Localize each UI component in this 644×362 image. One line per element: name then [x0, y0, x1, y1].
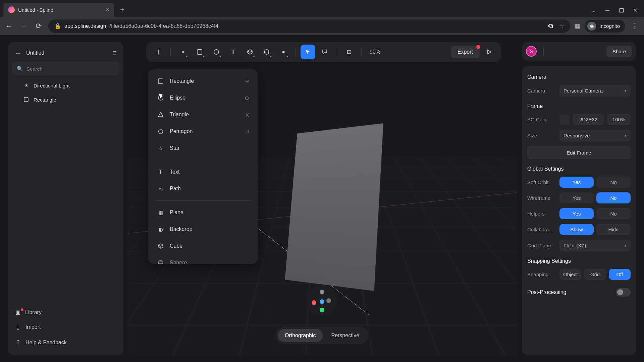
layer-item-directional-light[interactable]: ☀ Directional Light: [12, 79, 119, 92]
help-label: Help & Feedback: [25, 340, 67, 346]
orientation-gizmo[interactable]: [307, 285, 337, 315]
menu-item-triangle[interactable]: TriangleK: [148, 106, 258, 123]
zoom-level[interactable]: 90%: [366, 49, 384, 55]
comment-tool-button[interactable]: [317, 45, 332, 59]
pentagon-icon: [157, 128, 164, 135]
address-bar[interactable]: 🔒 app.spline.design/file/da56a0aa-6c0b-4…: [48, 19, 570, 33]
perspective-option[interactable]: Perspective: [324, 329, 366, 342]
grid-plane-select[interactable]: Floor (XZ)▾: [559, 240, 631, 251]
right-bar: S Share Camera Camera Personal Camera▾ F…: [522, 42, 636, 355]
maximize-icon[interactable]: [619, 8, 624, 13]
snap-grid[interactable]: Grid: [584, 269, 606, 280]
play-button[interactable]: [482, 45, 496, 59]
minimize-icon[interactable]: [605, 8, 610, 13]
gizmo-y-axis[interactable]: [320, 308, 324, 312]
cube-tool-button[interactable]: [243, 45, 257, 59]
hamburger-icon[interactable]: ≡: [112, 49, 117, 57]
bookmark-star-icon[interactable]: ☆: [559, 23, 564, 29]
collab-label: Collabora...: [527, 227, 556, 232]
wireframe-no[interactable]: No: [596, 192, 631, 203]
frame-tool-button[interactable]: [342, 45, 357, 59]
soft-orbit-no[interactable]: No: [596, 177, 631, 188]
wireframe-yes[interactable]: Yes: [559, 192, 594, 203]
menu-item-path[interactable]: ∿Path: [148, 180, 258, 197]
star-icon: ☆: [157, 144, 164, 152]
collab-show[interactable]: Show: [559, 224, 594, 235]
nav-back-icon[interactable]: ←: [4, 22, 14, 31]
camera-select[interactable]: Personal Camera▾: [559, 85, 631, 97]
eye-off-icon[interactable]: 👁‍🗨: [547, 23, 554, 29]
share-button[interactable]: Share: [606, 46, 632, 57]
pen-tool-button[interactable]: ✒: [276, 45, 291, 59]
bgcolor-hex-input[interactable]: 2D2E32: [573, 114, 604, 125]
user-avatar[interactable]: S: [526, 46, 537, 57]
collab-hide[interactable]: Hide: [596, 224, 631, 235]
grid-plane-label: Grid Plane: [527, 243, 556, 248]
add-button[interactable]: [151, 45, 166, 59]
import-button[interactable]: ⭳ Import: [12, 320, 119, 334]
gizmo-neg-axis[interactable]: [326, 298, 331, 303]
section-frame: Frame: [527, 103, 631, 109]
helpers-no[interactable]: No: [596, 208, 631, 219]
incognito-chip[interactable]: ◉ Incognito: [585, 20, 625, 33]
layer-item-rectangle[interactable]: Rectangle: [12, 93, 119, 106]
post-processing-toggle[interactable]: [616, 288, 631, 297]
incognito-label: Incognito: [599, 23, 620, 29]
new-tab-button[interactable]: +: [120, 5, 124, 14]
menu-item-star[interactable]: ☆Star: [148, 140, 258, 157]
search-input[interactable]: 🔍 Search: [12, 62, 119, 75]
soft-orbit-yes[interactable]: Yes: [559, 177, 594, 188]
sphere-icon: [157, 259, 164, 264]
search-icon: 🔍: [17, 66, 23, 72]
edit-frame-button[interactable]: Edit Frame: [527, 146, 631, 159]
export-button[interactable]: Export: [451, 46, 480, 58]
snap-object[interactable]: Object: [559, 269, 581, 280]
snap-off[interactable]: Off: [609, 269, 631, 280]
select-tool-button[interactable]: [301, 45, 315, 59]
bgcolor-opacity-input[interactable]: 100%: [607, 114, 631, 125]
menu-item-rectangle[interactable]: RectangleR: [148, 73, 258, 89]
menu-item-backdrop[interactable]: ◐Backdrop: [148, 221, 258, 238]
camera-label: Camera: [527, 88, 556, 94]
help-button[interactable]: ？ Help & Feedback: [12, 335, 119, 350]
library-button[interactable]: ▣ Library: [12, 305, 119, 319]
bgcolor-swatch[interactable]: [559, 115, 570, 125]
tabs-dropdown-icon[interactable]: ⌄: [591, 7, 596, 13]
back-icon[interactable]: ←: [15, 49, 21, 57]
layer-label: Rectangle: [34, 97, 56, 103]
rectangle-object[interactable]: [285, 123, 383, 291]
sphere-tool-button[interactable]: [259, 45, 274, 59]
text-tool-button[interactable]: T: [226, 45, 240, 59]
orthographic-option[interactable]: Orthographic: [278, 329, 323, 342]
chevron-down-icon: ▾: [625, 88, 627, 93]
svg-rect-1: [620, 8, 624, 12]
browser-tab[interactable]: Untitled · Spline ×: [3, 3, 114, 17]
extensions-icon[interactable]: ▦: [575, 23, 580, 29]
nav-reload-icon[interactable]: ⟳: [34, 22, 44, 31]
close-window-icon[interactable]: ×: [633, 6, 637, 14]
main-toolbar: ✦ T ✒ 90% Export: [146, 42, 501, 62]
size-label: Size: [527, 133, 556, 138]
triangle-icon: [157, 111, 164, 118]
menu-item-plane[interactable]: ▦Plane: [148, 204, 258, 221]
menu-item-ellipse[interactable]: EllipseO: [148, 89, 258, 106]
close-tab-icon[interactable]: ×: [106, 6, 109, 13]
gizmo-y-neg[interactable]: [320, 290, 324, 294]
menu-item-text[interactable]: TText: [148, 164, 258, 180]
size-select[interactable]: Responsive▾: [559, 130, 631, 141]
nav-forward-icon: →: [19, 22, 29, 31]
gizmo-x-axis[interactable]: [312, 300, 316, 305]
menu-item-pentagon[interactable]: PentagonJ: [148, 123, 258, 140]
browser-menu-icon[interactable]: ⋮: [630, 22, 640, 31]
menu-item-sphere[interactable]: Sphere: [148, 254, 258, 264]
gizmo-z-axis[interactable]: [320, 299, 324, 304]
helpers-yes[interactable]: Yes: [559, 208, 594, 219]
snapping-label: Snapping: [527, 272, 556, 277]
chevron-down-icon: ▾: [625, 243, 627, 248]
ellipse-tool-button[interactable]: [209, 45, 224, 59]
ai-tool-button[interactable]: ✦: [175, 45, 190, 59]
file-title[interactable]: Untitled: [26, 50, 108, 56]
svg-point-13: [158, 262, 163, 264]
rectangle-tool-button[interactable]: [192, 45, 207, 59]
menu-item-cube[interactable]: Cube: [148, 238, 258, 254]
